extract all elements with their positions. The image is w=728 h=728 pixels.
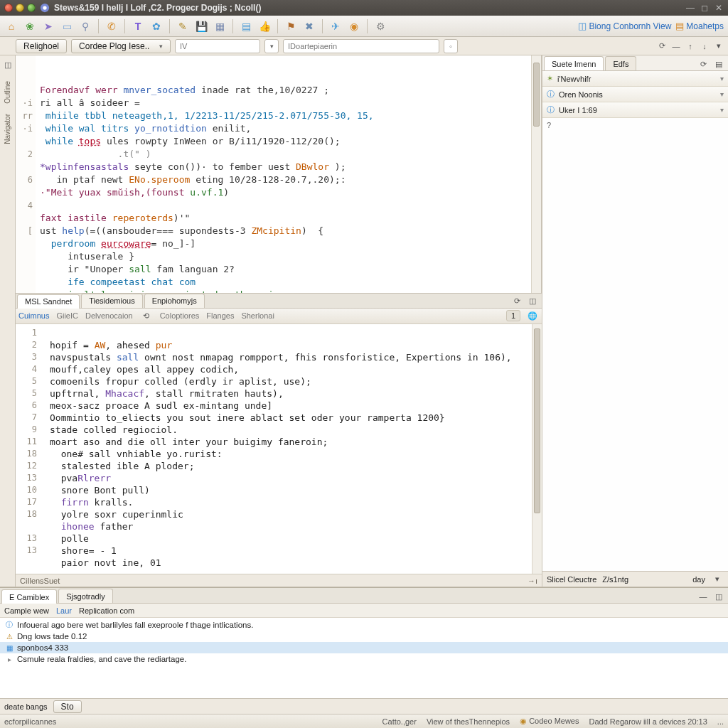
tab-enp[interactable]: Enpiohomyjs bbox=[144, 294, 205, 308]
crumb-clear[interactable]: ◦ bbox=[444, 39, 458, 53]
leaf-icon[interactable]: ❀ bbox=[23, 19, 37, 33]
close-icon[interactable]: ✕ bbox=[714, 3, 724, 13]
close-window-icon[interactable] bbox=[4, 4, 13, 12]
tab-ties[interactable]: Tiesidemious bbox=[81, 294, 142, 308]
left-rail: ◫ Outline Navigator bbox=[0, 55, 16, 587]
console-bar-3[interactable]: Replication com bbox=[79, 606, 134, 615]
tab-refresh-icon[interactable]: ⟳ bbox=[510, 295, 523, 308]
side-row-2[interactable]: ⓘ Oren Noonis ▾ bbox=[542, 87, 728, 102]
crumb-input-1[interactable]: IV bbox=[175, 39, 260, 53]
up-icon[interactable]: ↑ bbox=[684, 40, 697, 53]
refresh-icon[interactable]: ⟳ bbox=[655, 40, 668, 53]
minus-icon[interactable]: — bbox=[670, 40, 682, 53]
crumb-stepper[interactable]: ▾ bbox=[264, 39, 279, 53]
sec-link-3[interactable]: Delvenocaion bbox=[85, 311, 133, 320]
status-more[interactable]: ... bbox=[717, 717, 724, 726]
warn-icon: ⚠ bbox=[4, 631, 14, 641]
console-tab-1[interactable]: E Camiblex bbox=[1, 589, 57, 604]
console-line-selected[interactable]: ▦ sponbos4 333 bbox=[0, 642, 728, 653]
bottom-editor-scrollbar[interactable] bbox=[532, 324, 542, 574]
gear-icon[interactable]: ⚙ bbox=[373, 19, 387, 33]
chevron-down-icon: ▾ bbox=[720, 106, 724, 114]
minimize-icon[interactable]: — bbox=[685, 3, 695, 13]
tab-msl[interactable]: MSL Sandnet bbox=[17, 294, 80, 309]
top-editor-body[interactable]: ·irr·i264[ Forendavf werr mnver_socated … bbox=[16, 55, 541, 293]
chevron-down-icon: ▾ bbox=[159, 43, 163, 50]
menu-icon[interactable]: ▾ bbox=[712, 40, 725, 53]
home-icon[interactable]: ⌂ bbox=[4, 19, 18, 33]
top-editor: ·irr·i264[ Forendavf werr mnver_socated … bbox=[16, 55, 542, 293]
list-icon: ▤ bbox=[675, 21, 684, 31]
arrow-icon[interactable]: ➤ bbox=[41, 19, 55, 33]
side-panel-tabs: Suete Imenn Edfs ⟳ ▤ bbox=[542, 55, 728, 71]
console-line[interactable]: ▸ Csmule reala fraldies, and cave the re… bbox=[0, 653, 728, 665]
side-row-1[interactable]: ✶ i'Newvhifr ▾ bbox=[542, 71, 728, 87]
side-menu-icon[interactable]: ▤ bbox=[712, 58, 725, 70]
tab-max-icon[interactable]: ◫ bbox=[526, 295, 539, 308]
footer-left[interactable]: Slicel Cleuctre bbox=[547, 575, 596, 584]
pin-icon[interactable]: ⚲ bbox=[78, 19, 92, 33]
console-tab-2[interactable]: Sjsgotradly bbox=[58, 589, 112, 603]
rail-label-1[interactable]: Outline bbox=[4, 81, 11, 104]
footer-more-icon[interactable]: ▾ bbox=[711, 573, 724, 586]
perspective-link-1[interactable]: ◫ Biong Conbornh View bbox=[578, 21, 671, 31]
window-icon[interactable]: ▭ bbox=[60, 19, 74, 33]
console-bar-1[interactable]: Cample wew bbox=[4, 606, 49, 615]
footer-mid: Z/s1ntg bbox=[602, 575, 628, 584]
restore-icon[interactable]: ◻ bbox=[700, 3, 710, 13]
console-line[interactable]: ⚠ Dng lows tade 0.12 bbox=[0, 631, 728, 642]
thumb-icon[interactable]: 👍 bbox=[257, 19, 272, 33]
sync-icon[interactable]: ⟲ bbox=[140, 309, 153, 322]
page-icon[interactable]: ▤ bbox=[239, 19, 253, 33]
sec-link-2[interactable]: GiieIC bbox=[56, 311, 78, 320]
save-icon[interactable]: 💾 bbox=[194, 19, 208, 33]
window-traffic-lights bbox=[4, 4, 36, 12]
phone-icon[interactable]: ✆ bbox=[105, 19, 119, 33]
down-icon[interactable]: ↓ bbox=[698, 40, 711, 53]
sec-link-5[interactable]: Flanges bbox=[206, 311, 234, 320]
status-bar: ecforpilicannes Catto.,ger View of thesT… bbox=[0, 714, 728, 728]
console-max-icon[interactable]: ◫ bbox=[712, 590, 725, 603]
tag-icon[interactable]: ✿ bbox=[149, 19, 164, 33]
minimize-window-icon[interactable] bbox=[16, 4, 24, 12]
flag-icon[interactable]: ⚑ bbox=[284, 19, 298, 33]
perspective-link-2[interactable]: ▤ Moahetps bbox=[675, 21, 724, 31]
rail-label-2[interactable]: Navigator bbox=[4, 114, 11, 144]
maximize-window-icon[interactable] bbox=[27, 4, 36, 12]
side-row-3[interactable]: ⓘ Uker I 1:69 ▾ bbox=[542, 102, 728, 118]
sec-link-4[interactable]: Coloptiores bbox=[160, 311, 200, 320]
crumb-button-1[interactable]: Relighoel bbox=[16, 39, 67, 53]
side-refresh-icon[interactable]: ⟳ bbox=[697, 58, 710, 70]
console-bar-2[interactable]: Laur bbox=[56, 606, 72, 615]
brush-icon[interactable]: ✎ bbox=[176, 19, 190, 33]
console-stop-button[interactable]: Sto bbox=[53, 700, 82, 713]
image-icon[interactable]: ▦ bbox=[213, 19, 227, 33]
crumb-input-2[interactable]: IDoartepiaerin bbox=[283, 39, 439, 53]
rail-icon-1[interactable]: ◫ bbox=[1, 58, 14, 71]
bottom-editor-body[interactable]: 123455679111812131017181313 hopif = AW, … bbox=[16, 324, 542, 574]
send-icon[interactable]: ✈ bbox=[328, 19, 343, 33]
console-bottom-label: deate bangs bbox=[4, 702, 48, 711]
main-split: ◫ Outline Navigator ·irr·i264[ Forendavf… bbox=[0, 55, 728, 587]
globe-icon[interactable]: ◉ bbox=[347, 19, 361, 33]
status-m4[interactable]: Dadd Regarow iill a devices 20:13 bbox=[589, 717, 707, 726]
side-tab-1[interactable]: Suete Imenn bbox=[544, 56, 604, 70]
wrench-icon[interactable]: ✖ bbox=[302, 19, 316, 33]
console-line[interactable]: ⓘ Infoueral ago bere wet barlilyles fall… bbox=[0, 619, 728, 631]
console-body[interactable]: ⓘ Infoueral ago bere wet barlilyles fall… bbox=[0, 618, 728, 698]
status-m2[interactable]: View of thesThennepios bbox=[427, 717, 510, 726]
status-m1[interactable]: Catto.,ger bbox=[382, 717, 417, 726]
text-icon[interactable]: T bbox=[131, 19, 145, 33]
console-min-icon[interactable]: — bbox=[697, 590, 710, 603]
sec-link-1[interactable]: Cuimnus bbox=[18, 311, 49, 320]
status-m3[interactable]: ◉ Codeo Mewes bbox=[520, 717, 579, 726]
titlebar: Stews&159 I hellj I Lolf ,C2. Progecr Do… bbox=[0, 0, 728, 16]
secondary-toolbar: Cuimnus GiieIC Delvenocaion ⟲ Coloptiore… bbox=[16, 309, 542, 324]
side-tab-2[interactable]: Edfs bbox=[605, 56, 636, 70]
top-editor-scrollbar[interactable] bbox=[531, 55, 541, 293]
globe-icon-2[interactable]: 🌐 bbox=[526, 309, 539, 322]
crumb-dropdown[interactable]: Cordee Plog Iese..▾ bbox=[71, 39, 171, 53]
warning-badge[interactable]: 1 bbox=[506, 310, 520, 321]
bottom-editor-gutter: 123455679111812131017181313 bbox=[16, 324, 43, 574]
sec-link-6[interactable]: Sherlonai bbox=[241, 311, 274, 320]
